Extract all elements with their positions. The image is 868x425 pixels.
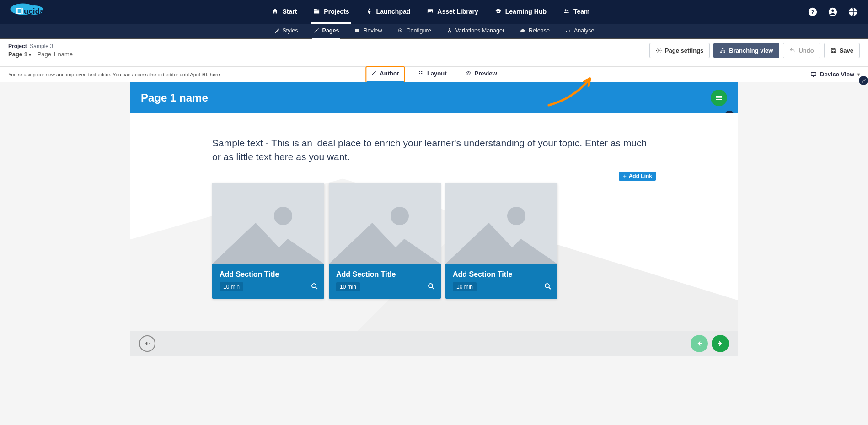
subnav-variations[interactable]: Variations Manager xyxy=(445,23,506,39)
account-icon[interactable] xyxy=(827,6,839,18)
brand-logo[interactable]: El ucidat xyxy=(9,3,55,21)
next-page-button[interactable] xyxy=(712,335,729,352)
svg-rect-18 xyxy=(566,31,567,32)
svg-rect-19 xyxy=(568,29,568,32)
help-icon[interactable]: ? xyxy=(807,6,819,18)
svg-rect-33 xyxy=(716,96,722,97)
wand-icon xyxy=(274,28,279,33)
subnav-review[interactable]: Review xyxy=(353,23,383,39)
svg-rect-25 xyxy=(419,71,420,72)
button-label: Branching view xyxy=(729,47,773,54)
svg-rect-30 xyxy=(422,73,423,74)
subnav-label: Analyse xyxy=(574,27,594,34)
nav-asset-library[interactable]: Asset Library xyxy=(425,0,480,24)
old-editor-link[interactable]: here xyxy=(210,72,220,77)
svg-point-31 xyxy=(468,73,469,74)
button-label: Page settings xyxy=(665,47,704,54)
image-placeholder xyxy=(329,183,441,264)
launchpad-icon xyxy=(366,8,373,15)
globe-icon[interactable] xyxy=(847,6,859,18)
pencil-icon xyxy=(314,28,319,33)
button-label: Save xyxy=(840,47,853,54)
section-title: Add Section Title xyxy=(220,270,317,279)
svg-point-16 xyxy=(448,32,449,32)
learning-hub-icon xyxy=(495,8,502,15)
svg-rect-27 xyxy=(422,71,423,72)
section-card[interactable]: Add Section Title 10 min xyxy=(329,183,441,299)
page-selector[interactable]: Page 1 xyxy=(8,51,31,58)
nav-team[interactable]: Team xyxy=(561,0,592,24)
asset-library-icon xyxy=(427,8,434,15)
svg-rect-20 xyxy=(569,30,570,32)
subnav-configure[interactable]: Configure xyxy=(396,23,432,39)
grid-icon xyxy=(418,70,424,76)
nav-label: Asset Library xyxy=(437,8,478,15)
branching-view-button[interactable]: Branching view xyxy=(713,43,779,58)
svg-rect-42 xyxy=(149,343,149,344)
device-view-selector[interactable]: Device View xyxy=(810,71,860,78)
project-label: Project xyxy=(8,43,27,49)
nav-start[interactable]: Start xyxy=(270,0,299,24)
subnav-label: Variations Manager xyxy=(455,27,504,34)
prev-page-button[interactable] xyxy=(691,335,708,352)
svg-point-21 xyxy=(658,50,659,51)
nav-label: Launchpad xyxy=(376,8,411,15)
mode-tab-layout[interactable]: Layout xyxy=(414,67,451,82)
editor-notice: You're using our new and improved text e… xyxy=(8,72,220,77)
plus-icon xyxy=(622,174,627,178)
svg-point-7 xyxy=(565,9,567,11)
page-title[interactable]: Page 1 name xyxy=(141,91,208,104)
audio-button[interactable] xyxy=(139,335,155,352)
mode-tab-author[interactable]: Author xyxy=(366,67,404,82)
svg-text:ucidat: ucidat xyxy=(24,7,47,16)
svg-rect-28 xyxy=(419,73,420,74)
subnav-label: Pages xyxy=(322,27,339,34)
subnav-analyse[interactable]: Analyse xyxy=(564,23,595,39)
arrow-left-icon xyxy=(695,339,703,348)
svg-rect-35 xyxy=(716,99,722,100)
add-link-button[interactable]: Add Link xyxy=(619,172,656,181)
nav-learning-hub[interactable]: Learning Hub xyxy=(493,0,548,24)
nav-label: Projects xyxy=(324,8,349,15)
projects-icon xyxy=(313,8,320,15)
magnify-icon[interactable] xyxy=(311,282,319,291)
save-button[interactable]: Save xyxy=(824,43,860,58)
svg-rect-34 xyxy=(716,97,722,98)
mode-tab-preview[interactable]: Preview xyxy=(461,67,502,82)
magnify-icon[interactable] xyxy=(544,282,552,291)
subnav-label: Styles xyxy=(283,27,298,34)
page-menu-button[interactable] xyxy=(711,90,727,106)
device-view-label: Device View xyxy=(820,71,854,78)
duration-badge: 10 min xyxy=(453,282,477,291)
section-card[interactable]: Add Section Title 10 min xyxy=(212,183,324,299)
subnav-release[interactable]: Release xyxy=(519,23,551,39)
arrow-right-icon xyxy=(716,339,724,348)
svg-rect-40 xyxy=(146,342,147,345)
subnav-styles[interactable]: Styles xyxy=(273,23,300,39)
magnify-icon[interactable] xyxy=(427,282,435,291)
svg-point-8 xyxy=(567,10,568,11)
svg-point-6 xyxy=(429,10,429,11)
mode-tab-label: Layout xyxy=(427,70,447,77)
svg-rect-41 xyxy=(148,342,148,344)
svg-rect-29 xyxy=(421,73,422,74)
page-name-crumb: Page 1 name xyxy=(38,51,73,58)
team-icon xyxy=(563,8,570,15)
intro-text[interactable]: Sample text - This is an ideal place to … xyxy=(212,136,656,164)
comment-icon xyxy=(354,28,360,33)
section-card[interactable]: Add Section Title 10 min xyxy=(445,183,557,299)
nav-launchpad[interactable]: Launchpad xyxy=(364,0,413,24)
svg-point-17 xyxy=(450,32,451,32)
undo-button[interactable]: Undo xyxy=(783,43,820,58)
chart-icon xyxy=(565,28,571,33)
svg-point-36 xyxy=(312,284,316,288)
breadcrumb: Project Sample 3 xyxy=(8,43,73,49)
nav-projects[interactable]: Projects xyxy=(311,0,351,24)
duration-badge: 10 min xyxy=(336,282,360,291)
gear-icon xyxy=(397,28,403,33)
section-title: Add Section Title xyxy=(336,270,434,279)
subnav-label: Configure xyxy=(406,27,431,34)
svg-point-15 xyxy=(449,28,450,29)
subnav-pages[interactable]: Pages xyxy=(312,23,341,39)
page-settings-button[interactable]: Page settings xyxy=(649,43,710,58)
